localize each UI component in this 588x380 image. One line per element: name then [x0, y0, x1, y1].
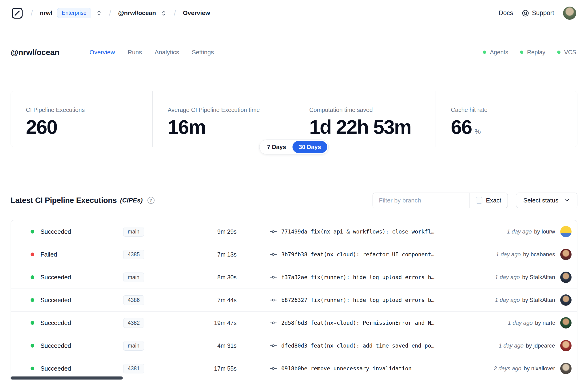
stat-computation-time-saved: Computation time saved 1d 22h 53m — [294, 91, 436, 147]
status-dot-icon — [31, 275, 34, 279]
branch-badge[interactable]: main — [123, 272, 144, 282]
range-7-days[interactable]: 7 Days — [261, 141, 292, 153]
breadcrumb-separator: / — [31, 9, 33, 17]
commit-time: 1 day ago — [507, 228, 531, 235]
stat-suffix: % — [474, 128, 481, 135]
stat-value: 66 — [451, 117, 472, 137]
user-avatar[interactable] — [563, 7, 576, 20]
git-commit-icon — [269, 273, 277, 281]
status-select-button[interactable]: Select status — [516, 192, 577, 208]
branch-cell: main — [123, 272, 184, 282]
duration: 7m 13s — [184, 251, 237, 258]
commit-message: fix(nx-api & workflows): close workfl… — [311, 228, 435, 235]
workspace-header: @nrwl/ocean Overview Runs Analytics Sett… — [0, 47, 588, 58]
status-label: Succeeded — [40, 228, 123, 235]
commit-time: 1 day ago — [495, 297, 520, 303]
commit-link[interactable]: 2d58f6d3 feat(nx-cloud): PermissionError… — [281, 320, 435, 326]
branch-badge[interactable]: 4386 — [123, 295, 144, 305]
integration-status: Agents Replay VCS — [465, 47, 576, 57]
tab-analytics[interactable]: Analytics — [155, 49, 179, 56]
page-title: @nrwl/ocean — [11, 48, 59, 57]
branch-badge[interactable]: main — [123, 227, 144, 237]
git-commit-icon — [269, 342, 277, 349]
exact-toggle[interactable]: Exact — [469, 193, 508, 208]
cipe-row[interactable]: Succeeded 4382 19m 47s 2d58f6d3 feat(nx-… — [11, 312, 577, 334]
integration-replay[interactable]: Replay — [520, 49, 545, 56]
commit-time: 1 day ago — [495, 274, 520, 281]
cipe-row[interactable]: Succeeded main 9m 29s 771499da fix(nx-ap… — [11, 220, 577, 243]
tab-overview[interactable]: Overview — [89, 49, 115, 56]
integration-label: Replay — [527, 49, 545, 56]
commit-link[interactable]: b8726327 fix(runner): hide log upload er… — [281, 297, 435, 303]
workspace-selector[interactable]: @nrwl/ocean — [118, 9, 167, 17]
stat-cache-hit-rate: Cache hit rate 66 % — [436, 91, 577, 147]
branch-badge[interactable]: 4381 — [123, 364, 144, 373]
stats-cards: CI Pipeline Executions 260 Average CI Pi… — [11, 91, 577, 147]
stat-ci-pipeline-executions: CI Pipeline Executions 260 — [11, 91, 152, 147]
commit-link[interactable]: 3b79fb38 feat(nx-cloud): refactor UI com… — [281, 251, 435, 258]
cipe-row[interactable]: Succeeded 4386 7m 44s b8726327 fix(runne… — [11, 289, 577, 312]
stat-value: 260 — [26, 117, 57, 137]
commit-hash: 0918b0be — [281, 365, 307, 372]
cipes-table: Succeeded main 9m 29s 771499da fix(nx-ap… — [11, 220, 577, 380]
commit-message: fix(runner): hide log upload errors b… — [311, 297, 435, 303]
commit-cell: 0918b0be remove unnecessary invalidation — [269, 365, 488, 372]
commit-author: by bcabanes — [523, 251, 555, 258]
topbar-actions: Docs Support — [499, 7, 576, 20]
help-icon[interactable]: ? — [148, 197, 154, 204]
commit-meta: 1 day ago by StalkAltan — [495, 297, 555, 303]
integration-label: VCS — [564, 49, 576, 56]
org-selector[interactable]: nrwl Enterprise — [40, 8, 102, 18]
integration-agents[interactable]: Agents — [483, 49, 508, 56]
cipes-title: Latest CI Pipeline Executions — [11, 196, 117, 205]
support-link[interactable]: Support — [522, 9, 554, 17]
git-commit-icon — [269, 365, 277, 372]
stat-label: Cache hit rate — [451, 107, 572, 113]
status-dot-icon — [557, 51, 560, 54]
horizontal-scrollbar[interactable] — [11, 377, 123, 380]
branch-cell: main — [123, 341, 184, 351]
commit-author: by jdpearce — [526, 342, 555, 349]
git-commit-icon — [269, 296, 277, 304]
chevrons-up-down-icon[interactable] — [161, 10, 167, 16]
stat-label: CI Pipeline Executions — [26, 107, 148, 113]
exact-checkbox[interactable] — [476, 197, 482, 204]
commit-link[interactable]: f37a32ae fix(runner): hide log upload er… — [281, 274, 435, 280]
status-dot-icon — [31, 298, 34, 302]
commit-link[interactable]: dfed80d3 feat(nx-cloud): add time-saved … — [281, 342, 435, 349]
branch-badge[interactable]: main — [123, 341, 144, 351]
status-label: Succeeded — [40, 274, 123, 281]
commit-meta: 1 day ago by StalkAltan — [495, 274, 555, 281]
docs-link[interactable]: Docs — [499, 9, 513, 17]
tab-settings[interactable]: Settings — [192, 49, 214, 56]
tab-runs[interactable]: Runs — [128, 49, 142, 56]
commit-cell: 3b79fb38 feat(nx-cloud): refactor UI com… — [269, 251, 490, 258]
support-label: Support — [532, 9, 554, 17]
stat-value: 16m — [168, 117, 206, 137]
branch-badge[interactable]: 4382 — [123, 318, 144, 328]
integration-label: Agents — [490, 49, 508, 56]
commit-cell: 771499da fix(nx-api & workflows): close … — [269, 228, 501, 235]
commit-link[interactable]: 0918b0be remove unnecessary invalidation — [281, 365, 412, 372]
author-avatar — [560, 340, 571, 351]
range-30-days[interactable]: 30 Days — [292, 141, 327, 153]
commit-link[interactable]: 771499da fix(nx-api & workflows): close … — [281, 228, 435, 235]
integration-vcs[interactable]: VCS — [557, 49, 576, 56]
branch-filter-group: Exact — [373, 192, 508, 208]
breadcrumb: / nrwl Enterprise / @nrwl/ocean / Overvi… — [11, 7, 210, 20]
workspace-name: @nrwl/ocean — [118, 9, 156, 17]
commit-cell: dfed80d3 feat(nx-cloud): add time-saved … — [269, 342, 493, 349]
commit-cell: 2d58f6d3 feat(nx-cloud): PermissionError… — [269, 319, 502, 327]
nx-cloud-logo-icon[interactable] — [11, 7, 24, 20]
commit-hash: 771499da — [281, 228, 307, 235]
cipe-row[interactable]: Failed 4385 7m 13s 3b79fb38 feat(nx-clou… — [11, 243, 577, 266]
topbar: / nrwl Enterprise / @nrwl/ocean / Overvi… — [0, 0, 588, 26]
branch-filter-input[interactable] — [373, 193, 469, 208]
cipe-row[interactable]: Succeeded main 8m 30s f37a32ae fix(runne… — [11, 266, 577, 289]
commit-meta: 2 days ago by nixallover — [494, 365, 555, 372]
cipe-row[interactable]: Succeeded main 4m 31s dfed80d3 feat(nx-c… — [11, 334, 577, 357]
branch-badge[interactable]: 4385 — [123, 250, 144, 259]
chevrons-up-down-icon[interactable] — [96, 10, 102, 16]
duration: 17m 55s — [184, 365, 237, 372]
status-label: Succeeded — [40, 342, 123, 349]
